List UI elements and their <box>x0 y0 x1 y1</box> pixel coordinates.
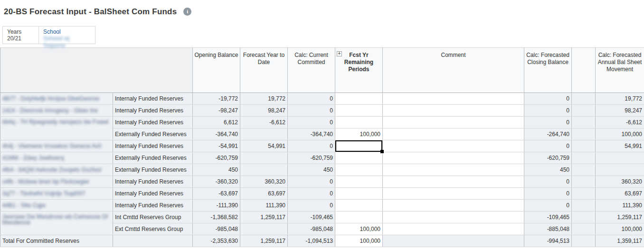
cell-fytd[interactable]: 1,259,117 <box>240 212 288 223</box>
cell-committed[interactable]: 0 <box>288 105 335 117</box>
column-header-fytd[interactable]: Forecast Year to Date <box>240 48 288 93</box>
cell-spare[interactable] <box>572 129 596 140</box>
cell-remaining[interactable] <box>335 188 383 200</box>
cell-movement[interactable]: 1,359,117 <box>596 235 644 247</box>
cell-remaining[interactable] <box>335 200 383 212</box>
cell-closing[interactable]: 0 <box>524 140 572 152</box>
cell-spare[interactable] <box>572 188 596 200</box>
cell-committed[interactable]: 0 <box>288 176 335 188</box>
cell-fytd[interactable] <box>240 129 288 140</box>
cell-movement[interactable]: 100,000 <box>596 129 644 140</box>
cell-committed[interactable]: 0 <box>288 117 335 129</box>
cell-committed[interactable]: -1,094,513 <box>288 235 335 247</box>
cell-movement[interactable]: 54,991 <box>596 140 644 152</box>
cell-remaining[interactable] <box>335 212 383 223</box>
cell-remaining[interactable] <box>335 164 383 176</box>
cell-opening[interactable]: 450 <box>193 164 240 176</box>
cell-fytd[interactable]: 54,991 <box>240 140 288 152</box>
cell-opening[interactable]: -364,740 <box>193 129 240 140</box>
cell-closing[interactable]: -994,513 <box>524 235 572 247</box>
cell-comment[interactable] <box>383 212 524 223</box>
cell-closing[interactable]: -885,048 <box>524 223 572 235</box>
cell-fytd[interactable]: 111,390 <box>240 200 288 212</box>
column-header-committed[interactable]: Calc: Current Committed <box>288 48 335 93</box>
cell-fytd[interactable] <box>240 152 288 164</box>
cell-committed[interactable]: -985,048 <box>288 223 335 235</box>
cell-closing[interactable]: -620,759 <box>524 152 572 164</box>
cell-comment[interactable] <box>383 164 524 176</box>
expand-icon[interactable]: + <box>337 51 342 56</box>
cell-fytd[interactable]: 63,697 <box>240 188 288 200</box>
cell-opening[interactable]: -620,759 <box>193 152 240 164</box>
cell-fytd[interactable] <box>240 164 288 176</box>
cell-comment[interactable] <box>383 140 524 152</box>
cell-committed[interactable]: -364,740 <box>288 129 335 140</box>
cell-comment[interactable] <box>383 176 524 188</box>
pov-school[interactable]: School Sxhwwl wj Swjwvrw <box>38 26 95 44</box>
cell-committed[interactable]: 0 <box>288 188 335 200</box>
cell-opening[interactable]: -1,368,582 <box>193 212 240 223</box>
cell-spare[interactable] <box>572 235 596 247</box>
cell-fytd[interactable]: 360,320 <box>240 176 288 188</box>
cell-fytd[interactable]: -6,612 <box>240 117 288 129</box>
cell-remaining[interactable] <box>335 105 383 117</box>
info-icon[interactable]: i <box>183 8 191 16</box>
cell-opening[interactable]: -54,991 <box>193 140 240 152</box>
cell-remaining[interactable] <box>335 152 383 164</box>
column-header-comment[interactable]: Comment <box>383 48 524 93</box>
selected-cell[interactable] <box>335 140 383 152</box>
cell-movement[interactable]: 100,000 <box>596 223 644 235</box>
cell-opening[interactable]: -111,390 <box>193 200 240 212</box>
cell-committed[interactable]: 450 <box>288 164 335 176</box>
cell-comment[interactable] <box>383 93 524 105</box>
cell-movement[interactable]: 63,697 <box>596 188 644 200</box>
column-header-spare[interactable] <box>572 48 596 93</box>
cell-opening[interactable]: -19,772 <box>193 93 240 105</box>
cell-comment[interactable] <box>383 152 524 164</box>
pov-school-value[interactable]: Sxhwwl wj Swjwvrw <box>43 35 91 49</box>
cell-spare[interactable] <box>572 164 596 176</box>
cell-movement[interactable]: 98,247 <box>596 105 644 117</box>
cell-fytd[interactable]: 98,247 <box>240 105 288 117</box>
selection-fill-handle[interactable] <box>380 150 384 153</box>
cell-closing[interactable]: 450 <box>524 164 572 176</box>
cell-fytd[interactable]: 19,772 <box>240 93 288 105</box>
cell-comment[interactable] <box>383 235 524 247</box>
cell-opening[interactable]: -98,247 <box>193 105 240 117</box>
cell-opening[interactable]: -360,320 <box>193 176 240 188</box>
cell-committed[interactable]: -109,465 <box>288 212 335 223</box>
cell-comment[interactable] <box>383 105 524 117</box>
column-header-closing[interactable]: Calc: Forecasted Closing Balance <box>524 48 572 93</box>
cell-spare[interactable] <box>572 152 596 164</box>
cell-committed[interactable]: 0 <box>288 93 335 105</box>
cell-remaining[interactable] <box>335 117 383 129</box>
cell-closing[interactable]: -264,740 <box>524 129 572 140</box>
column-header-remaining[interactable]: +Fcst Yr Remaining Periods <box>335 48 383 93</box>
cell-movement[interactable]: -6,612 <box>596 117 644 129</box>
cell-spare[interactable] <box>572 212 596 223</box>
cell-spare[interactable] <box>572 105 596 117</box>
cell-committed[interactable]: 0 <box>288 140 335 152</box>
cell-comment[interactable] <box>383 129 524 140</box>
cell-remaining[interactable]: 100,000 <box>335 129 383 140</box>
cell-closing[interactable]: 0 <box>524 200 572 212</box>
cell-opening[interactable]: -63,697 <box>193 188 240 200</box>
cell-closing[interactable]: 0 <box>524 117 572 129</box>
cell-remaining[interactable]: 100,000 <box>335 223 383 235</box>
cell-closing[interactable]: 0 <box>524 176 572 188</box>
cell-spare[interactable] <box>572 200 596 212</box>
cell-committed[interactable]: -620,759 <box>288 152 335 164</box>
cell-movement[interactable]: 1,259,117 <box>596 212 644 223</box>
cell-opening[interactable]: -985,048 <box>193 223 240 235</box>
cell-fytd[interactable]: 1,259,117 <box>240 235 288 247</box>
cell-comment[interactable] <box>383 223 524 235</box>
pov-years[interactable]: Years 20/21 <box>2 26 39 44</box>
cell-movement[interactable] <box>596 152 644 164</box>
cell-movement[interactable]: 360,320 <box>596 176 644 188</box>
cell-fytd[interactable] <box>240 223 288 235</box>
cell-closing[interactable]: 0 <box>524 93 572 105</box>
cell-movement[interactable]: 111,390 <box>596 200 644 212</box>
cell-comment[interactable] <box>383 117 524 129</box>
cell-closing[interactable]: -109,465 <box>524 212 572 223</box>
pov-school-label[interactable]: School <box>43 28 91 35</box>
